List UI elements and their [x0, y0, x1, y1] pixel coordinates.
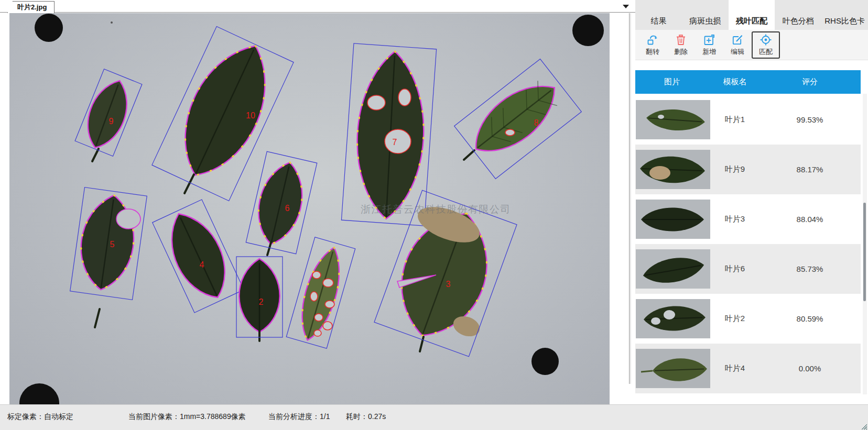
leaf-number-label: 6 [285, 204, 290, 213]
score-cell: 80.59% [778, 294, 842, 344]
document-tab-label: 叶片2.jpg [17, 3, 47, 12]
leaf-thumbnail [636, 200, 710, 239]
app-window: 叶片2.jpg 9107854623 浙江托普云农科技股份有限公司 结果病斑虫损… [0, 0, 868, 430]
document-tab-bar: 叶片2.jpg [0, 0, 635, 13]
target-icon [760, 34, 772, 46]
leaf-thumbnail-image [636, 349, 710, 388]
table-header-3: 评分 [778, 70, 842, 94]
toolbar-button-flip[interactable]: 翻转 [638, 31, 667, 59]
hole-damage [325, 301, 334, 308]
leaf-number-label: 9 [109, 117, 114, 126]
panel-tab-4[interactable]: 叶色分档 [775, 0, 821, 30]
panel-tab-2[interactable]: 病斑虫损 [682, 0, 729, 30]
table-row[interactable]: 叶片988.17% [635, 145, 861, 194]
edit-icon [731, 34, 744, 46]
leaf-analysis-scene: 9107854623 [9, 13, 610, 404]
tabbar-divider [0, 12, 635, 13]
watermark: 浙江托普云农科技股份有限公司 [361, 203, 511, 216]
hole-damage [314, 314, 323, 321]
image-pixel-status: 当前图片像素：1mm=3.788689像素 [128, 412, 246, 422]
canvas-scrollbar[interactable] [629, 13, 631, 384]
calibration-status: 标定像素：自动标定 [7, 412, 73, 422]
template-name-cell: 叶片9 [703, 145, 766, 194]
leaf-thumbnail-image [636, 100, 710, 139]
toolbar-button-label: 匹配 [759, 47, 773, 57]
leaf-thumbnail [636, 150, 710, 189]
leaf-annotation[interactable]: 9 [75, 69, 142, 161]
leaf-thumbnail-image [636, 200, 710, 239]
table-row[interactable]: 叶片685.73% [635, 244, 861, 294]
table-row[interactable]: 叶片388.04% [635, 194, 861, 244]
template-name-cell: 叶片3 [703, 194, 766, 244]
hole-damage [323, 279, 333, 287]
flip-icon [646, 34, 659, 46]
score-cell: 88.17% [778, 145, 842, 194]
leaf-annotation[interactable]: 4 [153, 200, 244, 313]
hole-damage [505, 129, 515, 136]
toolbar-button-edit[interactable]: 编辑 [723, 31, 752, 59]
leaf-number-label: 3 [446, 280, 451, 289]
table-row[interactable]: 叶片40.00% [635, 344, 861, 393]
score-cell: 88.04% [778, 194, 842, 244]
registration-dot [531, 348, 559, 375]
match-results-table: 叶片199.53%叶片988.17%叶片388.04%叶片685.73%叶片28… [635, 95, 861, 394]
toolbar-button-add[interactable]: 新增 [695, 31, 723, 59]
template-name-cell: 叶片6 [703, 244, 766, 294]
leaf-annotation[interactable]: 8 [454, 59, 582, 179]
template-name-cell: 叶片2 [703, 294, 766, 344]
hole-damage [385, 129, 411, 153]
registration-dot [19, 383, 59, 404]
leaf-number-label: 8 [534, 118, 539, 127]
leaf-number-label: 7 [393, 138, 397, 147]
table-row[interactable]: 叶片280.59% [635, 294, 861, 344]
document-tab[interactable]: 叶片2.jpg [7, 1, 55, 13]
toolbar-button-trash[interactable]: 删除 [667, 31, 695, 59]
hole-damage [398, 89, 411, 106]
panel-toolbar: 翻转 删除 新增 编辑 匹配 [635, 30, 868, 60]
tab-dropdown-arrow-icon[interactable] [623, 5, 629, 8]
panel-tab-3[interactable]: 残叶匹配 [729, 0, 775, 30]
leaf-thumbnail [636, 299, 710, 338]
leaf-annotation[interactable]: 6 [246, 151, 317, 255]
hole-damage [312, 271, 321, 279]
leaf-thumbnail-image [636, 150, 710, 189]
leaf-thumbnail [636, 100, 710, 139]
leaf-number-label: 4 [200, 260, 204, 269]
hole-damage [323, 322, 332, 330]
registration-dot [572, 15, 604, 46]
toolbar-button-label: 删除 [674, 47, 688, 57]
trash-icon [675, 34, 687, 46]
toolbar-button-label: 编辑 [731, 47, 744, 57]
analysis-panel: 结果病斑虫损残叶匹配叶色分档RHS比色卡 翻转 删除 新增 编辑 匹配 图片模板… [635, 0, 868, 395]
status-bar: 标定像素：自动标定 当前图片像素：1mm=3.788689像素 当前分析进度：1… [0, 404, 868, 430]
leaf-number-label: 5 [110, 240, 115, 249]
panel-tab-1[interactable]: 结果 [635, 0, 682, 30]
image-canvas[interactable]: 9107854623 浙江托普云农科技股份有限公司 [9, 13, 610, 404]
elapsed-time-status: 耗时：0.27s [346, 412, 386, 422]
score-cell: 0.00% [778, 344, 842, 393]
hole-damage [310, 292, 318, 301]
template-name-cell: 叶片1 [703, 95, 766, 145]
leaf-thumbnail-image [636, 249, 710, 289]
table-scrollbar[interactable] [863, 94, 867, 394]
analysis-progress-status: 当前分析进度：1/1 [268, 412, 330, 422]
table-header: 图片模板名评分 [635, 70, 861, 94]
add-icon [703, 34, 715, 46]
toolbar-button-target[interactable]: 匹配 [752, 31, 780, 59]
table-header-1: 图片 [646, 70, 698, 94]
panel-tab-bar: 结果病斑虫损残叶匹配叶色分档RHS比色卡 [635, 0, 868, 30]
leaf-annotation[interactable] [286, 237, 355, 348]
leaf-annotation[interactable]: 5 [70, 188, 147, 327]
table-header-2: 模板名 [703, 70, 766, 94]
hole-damage [367, 95, 385, 110]
template-name-cell: 叶片4 [703, 344, 766, 393]
table-scrollbar-thumb[interactable] [863, 203, 866, 301]
resize-grip[interactable] [861, 423, 867, 429]
leaf-annotation[interactable]: 7 [341, 43, 436, 226]
toolbar-button-label: 翻转 [646, 47, 659, 57]
leaf-annotation[interactable]: 2 [236, 257, 283, 341]
score-cell: 85.73% [778, 244, 842, 294]
panel-tab-5[interactable]: RHS比色卡 [821, 0, 868, 30]
bite-damage [116, 209, 140, 229]
table-row[interactable]: 叶片199.53% [635, 95, 861, 145]
